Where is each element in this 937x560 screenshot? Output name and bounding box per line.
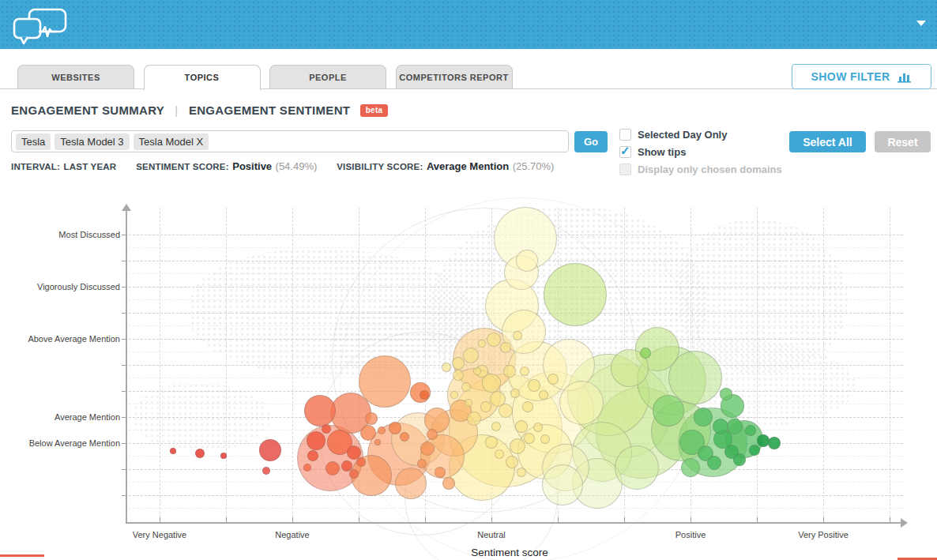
bubble[interactable] xyxy=(467,412,481,426)
bubble[interactable] xyxy=(322,424,331,434)
bubble[interactable] xyxy=(450,391,458,399)
search-tag[interactable]: Tesla Model 3 xyxy=(55,133,129,150)
x-axis-arrow-icon xyxy=(901,518,908,528)
option-selected-day-only[interactable]: Selected Day Only xyxy=(619,129,782,141)
sentiment-score-label: SENTIMENT SCORE: xyxy=(136,162,229,171)
bubble[interactable] xyxy=(170,448,176,454)
bubble[interactable] xyxy=(768,437,781,449)
search-tag[interactable]: Tesla Model X xyxy=(134,133,209,150)
bubble[interactable] xyxy=(615,445,659,490)
topics-tag-input[interactable]: TeslaTesla Model 3Tesla Model X xyxy=(11,130,569,152)
bubble[interactable] xyxy=(559,381,604,425)
bubble[interactable] xyxy=(520,366,529,376)
bubble[interactable] xyxy=(420,442,435,456)
engagement-sentiment-title[interactable]: ENGAGEMENT SENTIMENT xyxy=(189,103,350,117)
bubble[interactable] xyxy=(349,469,359,479)
bubble[interactable] xyxy=(435,467,446,478)
user-menu-caret-icon[interactable] xyxy=(916,21,926,26)
bubble[interactable] xyxy=(720,388,732,400)
tab-topics[interactable]: TOPICS xyxy=(144,65,261,90)
bubble[interactable] xyxy=(515,420,528,433)
search-tag[interactable]: Tesla xyxy=(16,133,51,150)
bubble[interactable] xyxy=(506,456,518,468)
bubble[interactable] xyxy=(516,250,538,272)
bubble[interactable] xyxy=(528,379,540,392)
bubble[interactable] xyxy=(195,449,205,458)
bubble[interactable] xyxy=(727,419,743,434)
bubble[interactable] xyxy=(427,429,438,440)
bubble[interactable] xyxy=(487,333,501,347)
bubble[interactable] xyxy=(395,468,427,499)
bubble[interactable] xyxy=(365,412,378,425)
bubble[interactable] xyxy=(500,342,511,353)
checkbox[interactable] xyxy=(619,129,631,141)
bubble[interactable] xyxy=(442,477,455,490)
bubble[interactable] xyxy=(307,450,318,461)
bubble[interactable] xyxy=(259,439,281,461)
checkbox-checked[interactable]: ✓ xyxy=(619,146,631,158)
bubble[interactable] xyxy=(389,422,401,434)
bubble[interactable] xyxy=(304,395,336,427)
select-all-button[interactable]: Select All xyxy=(789,131,866,152)
bubble[interactable] xyxy=(513,331,522,340)
reset-button[interactable]: Reset xyxy=(875,131,931,152)
bubble[interactable] xyxy=(473,367,481,375)
tab-websites[interactable]: WEBSITES xyxy=(17,65,134,88)
bubble[interactable] xyxy=(539,390,548,400)
bubble[interactable] xyxy=(465,399,472,407)
bubble[interactable] xyxy=(356,457,366,467)
bubble[interactable] xyxy=(733,453,746,466)
bubble[interactable] xyxy=(544,263,607,326)
bubble[interactable] xyxy=(220,453,227,459)
bubble[interactable] xyxy=(524,433,535,444)
bubble[interactable] xyxy=(463,348,479,363)
bubble[interactable] xyxy=(517,468,526,477)
bubble[interactable] xyxy=(480,401,491,412)
bubble[interactable] xyxy=(694,408,713,427)
go-button[interactable]: Go xyxy=(574,131,608,152)
bubble[interactable] xyxy=(378,427,386,434)
bubble[interactable] xyxy=(499,404,513,418)
bubble[interactable] xyxy=(461,382,471,392)
bubble[interactable] xyxy=(495,449,504,459)
tab-people[interactable]: PEOPLE xyxy=(269,65,386,88)
x-axis-tick xyxy=(160,517,160,523)
topic-text-input[interactable] xyxy=(213,135,564,148)
bubble[interactable] xyxy=(540,434,550,444)
bubble[interactable] xyxy=(326,461,340,475)
bubble[interactable] xyxy=(548,374,559,385)
bubble[interactable] xyxy=(417,459,427,468)
tab-competitors-report[interactable]: COMPETITORS REPORT xyxy=(396,65,513,88)
bubble[interactable] xyxy=(485,436,498,449)
engagement-summary-link[interactable]: ENGAGEMENT SUMMARY xyxy=(11,103,164,117)
bubble[interactable] xyxy=(307,431,326,450)
bubble[interactable] xyxy=(478,340,486,348)
bubble[interactable] xyxy=(453,370,464,381)
bubble[interactable] xyxy=(420,390,429,400)
bubble[interactable] xyxy=(707,456,721,470)
y-axis-tick xyxy=(122,469,127,470)
bubble[interactable] xyxy=(442,363,451,372)
bubble[interactable] xyxy=(653,395,684,427)
bubble[interactable] xyxy=(533,423,543,432)
bubble[interactable] xyxy=(400,432,409,442)
bubble[interactable] xyxy=(745,425,756,436)
show-filter-button[interactable]: SHOW FILTER xyxy=(792,64,931,89)
bubble[interactable] xyxy=(424,408,450,433)
bubble[interactable] xyxy=(713,419,728,434)
bubble[interactable] xyxy=(542,464,583,506)
bubble[interactable] xyxy=(510,438,525,454)
bubble[interactable] xyxy=(681,458,700,477)
option-show-tips[interactable]: ✓Show tips xyxy=(619,146,782,158)
bubble[interactable] xyxy=(262,467,270,475)
bubble[interactable] xyxy=(522,401,533,412)
bubble[interactable] xyxy=(360,425,376,441)
bubble[interactable] xyxy=(491,422,501,431)
bubble[interactable] xyxy=(374,439,381,445)
bubble[interactable] xyxy=(510,389,520,398)
bubble[interactable] xyxy=(749,445,760,456)
bubble[interactable] xyxy=(503,365,516,378)
bubble[interactable] xyxy=(452,357,465,370)
bubble[interactable] xyxy=(640,348,651,359)
bubble[interactable] xyxy=(303,464,311,472)
